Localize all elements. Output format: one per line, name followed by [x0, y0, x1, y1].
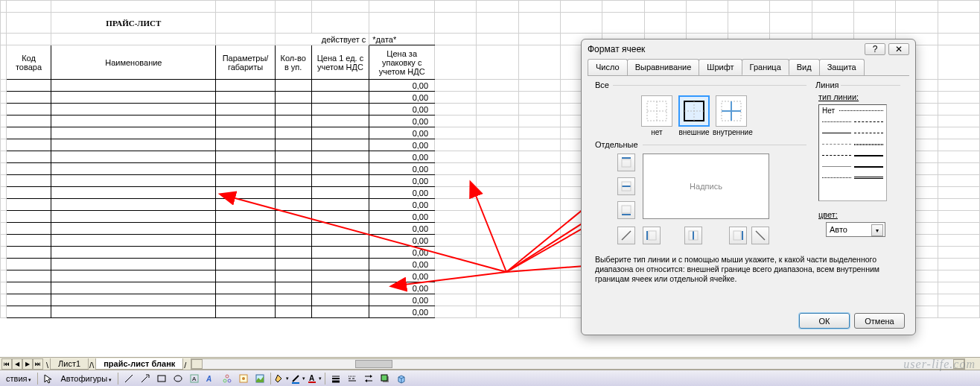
- dash-style-icon[interactable]: [345, 372, 360, 385]
- cell-name[interactable]: [51, 223, 216, 235]
- cell-price1[interactable]: [311, 80, 369, 92]
- tab-protection[interactable]: Защита: [819, 59, 865, 75]
- cell-price1[interactable]: [311, 247, 369, 259]
- cell-pricepack[interactable]: 0,00: [369, 306, 435, 318]
- close-button[interactable]: ✕: [888, 43, 909, 55]
- horizontal-scrollbar[interactable]: [191, 358, 965, 370]
- select-objects-icon[interactable]: [41, 372, 56, 385]
- cell-code[interactable]: [6, 235, 51, 247]
- arrow-style-icon[interactable]: [361, 372, 376, 385]
- cell-name[interactable]: [51, 259, 216, 270]
- tab-number[interactable]: Число: [588, 59, 628, 75]
- cancel-button[interactable]: Отмена: [854, 313, 905, 329]
- cell-params[interactable]: [216, 294, 275, 306]
- ok-button[interactable]: ОК: [799, 313, 850, 329]
- border-bottom-button[interactable]: [617, 201, 635, 219]
- cell-params[interactable]: [216, 104, 275, 116]
- cell-price1[interactable]: [311, 163, 369, 175]
- cell-qty[interactable]: [275, 151, 311, 163]
- cell-price1[interactable]: [311, 92, 369, 104]
- line-style-icon[interactable]: [328, 372, 343, 385]
- cell-pricepack[interactable]: 0,00: [369, 211, 435, 223]
- cell-qty[interactable]: [275, 282, 311, 294]
- cell-pricepack[interactable]: 0,00: [369, 163, 435, 175]
- cell-price1[interactable]: [311, 259, 369, 270]
- tab-font[interactable]: Шрифт: [699, 59, 742, 75]
- cell-params[interactable]: [216, 211, 275, 223]
- cell-name[interactable]: [51, 187, 216, 199]
- cell-price1[interactable]: [311, 151, 369, 163]
- date-cell[interactable]: *дата*: [369, 34, 435, 45]
- cell-code[interactable]: [6, 151, 51, 163]
- cell-price1[interactable]: [311, 187, 369, 199]
- cell-price1[interactable]: [311, 127, 369, 139]
- sheet-tab-1[interactable]: Лист1: [50, 358, 89, 370]
- cell-pricepack[interactable]: 0,00: [369, 139, 435, 151]
- border-top-button[interactable]: [617, 154, 635, 171]
- cell-qty[interactable]: [275, 80, 311, 92]
- border-diag-up-button[interactable]: [617, 227, 635, 244]
- cell-name[interactable]: [51, 151, 216, 163]
- cell-name[interactable]: [51, 163, 216, 175]
- cell-params[interactable]: [216, 235, 275, 247]
- cell-params[interactable]: [216, 163, 275, 175]
- tab-nav-next-icon[interactable]: ▶: [22, 358, 33, 370]
- cell-name[interactable]: [51, 104, 216, 116]
- cell-name[interactable]: [51, 306, 216, 318]
- border-preview[interactable]: Надпись: [643, 154, 769, 219]
- cell-pricepack[interactable]: 0,00: [369, 187, 435, 199]
- cell-name[interactable]: [51, 294, 216, 306]
- cell-params[interactable]: [216, 139, 275, 151]
- cell-code[interactable]: [6, 80, 51, 92]
- cell-price1[interactable]: [311, 104, 369, 116]
- cell-code[interactable]: [6, 259, 51, 270]
- actions-menu[interactable]: ствия: [3, 374, 34, 383]
- cell-pricepack[interactable]: 0,00: [369, 199, 435, 211]
- fill-color-icon[interactable]: [274, 372, 289, 385]
- cell-code[interactable]: [6, 163, 51, 175]
- cell-params[interactable]: [216, 187, 275, 199]
- tab-alignment[interactable]: Выравнивание: [627, 59, 700, 75]
- preset-inner-button[interactable]: [716, 95, 747, 127]
- cell-code[interactable]: [6, 92, 51, 104]
- diagram-icon[interactable]: [220, 372, 235, 385]
- shadow-icon[interactable]: [378, 372, 392, 385]
- cell-params[interactable]: [216, 223, 275, 235]
- cell-pricepack[interactable]: 0,00: [369, 247, 435, 259]
- cell-price1[interactable]: [311, 294, 369, 306]
- cell-price1[interactable]: [311, 235, 369, 247]
- tab-border[interactable]: Граница: [742, 59, 789, 75]
- cell-name[interactable]: [51, 199, 216, 211]
- cell-name[interactable]: [51, 92, 216, 104]
- cell-pricepack[interactable]: 0,00: [369, 104, 435, 116]
- cell-params[interactable]: [216, 175, 275, 187]
- cell-name[interactable]: [51, 282, 216, 294]
- cell-pricepack[interactable]: 0,00: [369, 127, 435, 139]
- color-combo[interactable]: Авто: [826, 222, 885, 237]
- tab-fill[interactable]: Вид: [789, 59, 820, 75]
- cell-qty[interactable]: [275, 92, 311, 104]
- cell-qty[interactable]: [275, 104, 311, 116]
- cell-code[interactable]: [6, 223, 51, 235]
- sheet-tab-2[interactable]: прайс-лист бланк: [95, 358, 183, 370]
- cell-params[interactable]: [216, 282, 275, 294]
- border-diag-down-button[interactable]: [751, 227, 769, 244]
- cell-pricepack[interactable]: 0,00: [369, 282, 435, 294]
- cell-qty[interactable]: [275, 163, 311, 175]
- arrow-icon[interactable]: [138, 372, 153, 385]
- cell-name[interactable]: [51, 270, 216, 282]
- wordart-icon[interactable]: A: [203, 372, 218, 385]
- border-hmid-button[interactable]: [617, 177, 635, 195]
- cell-code[interactable]: [6, 270, 51, 282]
- cell-qty[interactable]: [275, 116, 311, 127]
- cell-price1[interactable]: [311, 270, 369, 282]
- help-button[interactable]: ?: [865, 43, 885, 55]
- cell-params[interactable]: [216, 306, 275, 318]
- textbox-icon[interactable]: A: [187, 372, 202, 385]
- cell-params[interactable]: [216, 199, 275, 211]
- cell-price1[interactable]: [311, 282, 369, 294]
- cell-pricepack[interactable]: 0,00: [369, 235, 435, 247]
- cell-qty[interactable]: [275, 247, 311, 259]
- border-right-button[interactable]: [729, 227, 747, 244]
- cell-pricepack[interactable]: 0,00: [369, 270, 435, 282]
